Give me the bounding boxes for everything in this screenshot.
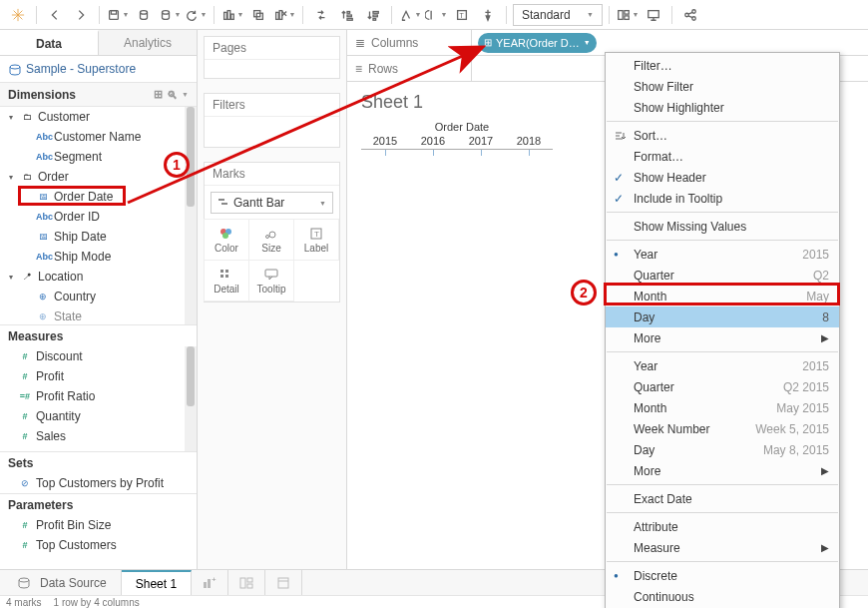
menu-quarter-trunc[interactable]: QuarterQ2 2015 — [606, 376, 839, 397]
field-profit-ratio[interactable]: =#Profit Ratio — [0, 386, 197, 406]
forward-button[interactable] — [69, 3, 93, 27]
field-ship-date[interactable]: 📅︎Ship Date — [0, 227, 197, 247]
menu-more-part[interactable]: More▶ — [606, 327, 839, 348]
chart-field-header[interactable]: Order Date — [347, 121, 577, 133]
new-worksheet-tab[interactable]: + — [192, 570, 228, 595]
tab-data[interactable]: Data — [0, 30, 99, 55]
field-segment[interactable]: AbcSegment — [0, 147, 197, 167]
chart-year-headers: 2015 2016 2017 2018 — [347, 135, 577, 147]
menu-chevron-icon[interactable]: ▼ — [182, 91, 189, 98]
param-top-customers[interactable]: #Top Customers — [0, 535, 197, 555]
group-button[interactable]: ▼ — [424, 3, 448, 27]
label-icon: T — [308, 227, 324, 241]
sort-desc-button[interactable] — [361, 3, 385, 27]
year-2016[interactable]: 2016 — [409, 135, 457, 147]
marks-detail[interactable]: Detail — [204, 260, 249, 302]
tab-sheet1[interactable]: Sheet 1 — [122, 570, 192, 595]
marks-size[interactable]: Size — [248, 219, 294, 261]
new-story-tab[interactable] — [265, 570, 302, 595]
field-profit[interactable]: #Profit — [0, 366, 197, 386]
menu-measure[interactable]: Measure▶ — [606, 537, 839, 558]
menu-quarter-part[interactable]: QuarterQ2 — [606, 265, 839, 286]
year-2015[interactable]: 2015 — [361, 135, 409, 147]
field-state[interactable]: ⊕State — [0, 306, 197, 324]
folder-customer[interactable]: ▾🗀Customer — [0, 107, 197, 127]
tab-data-source[interactable]: Data Source — [0, 570, 122, 595]
field-order-id[interactable]: AbcOrder ID — [0, 207, 197, 227]
folder-order[interactable]: ▾🗀Order — [0, 167, 197, 187]
menu-show-filter[interactable]: Show Filter — [606, 76, 839, 97]
menu-day-trunc[interactable]: DayMay 8, 2015 — [606, 439, 839, 460]
datasource-label: Sample - Superstore — [26, 62, 136, 76]
set-top-customers[interactable]: ⊘Top Customers by Profit — [0, 473, 197, 493]
tab-data-source-label: Data Source — [40, 576, 107, 590]
marks-label[interactable]: T Label — [293, 219, 339, 261]
menu-show-highlighter[interactable]: Show Highlighter — [606, 97, 839, 118]
presentation-button[interactable] — [642, 3, 665, 27]
field-order-date[interactable]: 📅︎Order Date — [0, 187, 197, 207]
pin-button[interactable] — [476, 3, 500, 27]
mark-type-dropdown[interactable]: Gantt Bar ▼ — [211, 192, 333, 214]
pill-year-order-date[interactable]: ⊞ YEAR(Order D… ▼ — [478, 33, 597, 53]
size-icon — [263, 227, 279, 241]
menu-week-trunc[interactable]: Week NumberWeek 5, 2015 — [606, 418, 839, 439]
scrollbar-thumb-2[interactable] — [187, 346, 195, 406]
highlight-button[interactable]: ▼ — [398, 3, 422, 27]
share-button[interactable] — [678, 3, 702, 27]
marks-title: Marks — [205, 163, 339, 186]
duplicate-button[interactable] — [246, 3, 270, 27]
clear-button[interactable]: ▼ — [272, 3, 296, 27]
field-country[interactable]: ⊕Country — [0, 287, 197, 306]
refresh-button[interactable]: ▼ — [184, 3, 208, 27]
swap-button[interactable] — [309, 3, 333, 27]
menu-format[interactable]: Format… — [606, 146, 839, 167]
new-datasource-button[interactable] — [132, 3, 156, 27]
menu-continuous[interactable]: Continuous — [606, 586, 839, 607]
scrollbar-track-2[interactable] — [185, 346, 197, 451]
menu-show-header[interactable]: Show Header — [606, 167, 839, 188]
filters-card[interactable]: Filters — [204, 93, 340, 148]
menu-more-trunc[interactable]: More▶ — [606, 460, 839, 481]
menu-month-part[interactable]: MonthMay — [606, 286, 839, 306]
year-2018[interactable]: 2018 — [505, 135, 553, 147]
show-labels-button[interactable]: T — [450, 3, 474, 27]
field-customer-name[interactable]: AbcCustomer Name — [0, 127, 197, 147]
menu-sort[interactable]: Sort… — [606, 125, 839, 146]
menu-year-trunc[interactable]: Year2015 — [606, 355, 839, 376]
sets-tree: ⊘Top Customers by Profit — [0, 473, 197, 493]
menu-year-part[interactable]: Year2015 — [606, 244, 839, 265]
new-worksheet-button[interactable]: ▼ — [220, 3, 244, 27]
year-2017[interactable]: 2017 — [457, 135, 505, 147]
back-button[interactable] — [43, 3, 67, 27]
view-icon[interactable]: ⊞ — [154, 88, 163, 101]
marks-color[interactable]: Color — [204, 219, 249, 261]
svg-text:+: + — [212, 576, 217, 584]
menu-discrete[interactable]: Discrete — [606, 565, 839, 586]
pause-updates-button[interactable]: ▼ — [158, 3, 182, 27]
field-quantity[interactable]: #Quantity — [0, 406, 197, 426]
marks-tooltip[interactable]: Tooltip — [248, 260, 294, 302]
param-profit-bin[interactable]: #Profit Bin Size — [0, 515, 197, 535]
save-button[interactable]: ▼ — [106, 3, 130, 27]
menu-exact-date[interactable]: Exact Date — [606, 488, 839, 509]
menu-attribute[interactable]: Attribute — [606, 516, 839, 537]
field-sales[interactable]: #Sales — [0, 426, 197, 446]
datasource-item[interactable]: Sample - Superstore — [0, 56, 197, 83]
scrollbar-track[interactable] — [185, 107, 197, 324]
fit-dropdown[interactable]: Standard ▼ — [513, 4, 603, 26]
columns-icon: ≣ — [355, 36, 365, 50]
search-icon[interactable]: 🔍︎ — [167, 89, 178, 101]
pages-card[interactable]: Pages — [204, 36, 340, 79]
folder-location[interactable]: ▾📍︎Location — [0, 267, 197, 287]
show-cards-button[interactable]: ▼ — [616, 3, 640, 27]
menu-day-part[interactable]: Day8 — [606, 306, 839, 327]
new-dashboard-tab[interactable] — [228, 570, 265, 595]
field-ship-mode[interactable]: AbcShip Mode — [0, 247, 197, 267]
field-discount[interactable]: #Discount — [0, 346, 197, 366]
menu-month-trunc[interactable]: MonthMay 2015 — [606, 397, 839, 418]
tab-analytics[interactable]: Analytics — [99, 30, 197, 55]
menu-include-tooltip[interactable]: Include in Tooltip — [606, 188, 839, 209]
menu-show-missing[interactable]: Show Missing Values — [606, 216, 839, 237]
sort-asc-button[interactable] — [335, 3, 359, 27]
menu-filter[interactable]: Filter… — [606, 55, 839, 76]
